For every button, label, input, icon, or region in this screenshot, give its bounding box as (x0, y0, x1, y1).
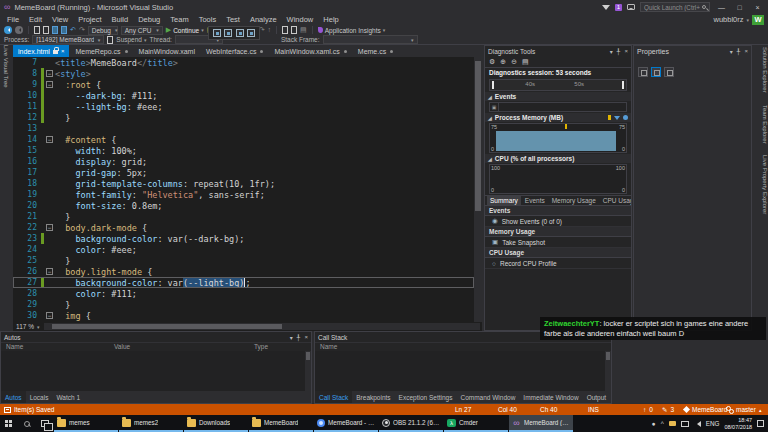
account-avatar[interactable]: W (752, 15, 764, 25)
code-line-21[interactable]: 21 } (13, 211, 474, 222)
column-name[interactable]: Name (315, 343, 342, 351)
code-line-8[interactable]: 8−<style> (13, 68, 474, 79)
diagnostic-tab[interactable]: Summary (487, 196, 521, 205)
pin-icon[interactable]: ╀ (297, 334, 301, 341)
solution-platforms-dropdown[interactable]: Any CPU ▾ (121, 26, 163, 35)
close-icon[interactable]: × (61, 48, 65, 54)
window-position-icon[interactable]: ▾ (290, 334, 293, 341)
start-button[interactable] (0, 415, 18, 432)
fold-collapse-icon[interactable]: − (44, 268, 55, 275)
code-line-20[interactable]: 20 font-size: 0.8em; (13, 200, 474, 211)
editor-tab[interactable]: MemeRepo.cs × (70, 45, 132, 57)
menu-item[interactable]: Project (73, 15, 106, 24)
suspend-dropdown[interactable]: Suspend ▾ (116, 36, 146, 43)
feedback-icon[interactable] (627, 4, 635, 10)
taskbar-item[interactable]: ∞ MemeBoard (Runni... (509, 415, 573, 432)
property-pages-icon[interactable] (664, 67, 674, 77)
quick-launch-input[interactable]: Quick Launch (Ctrl+Q) (640, 2, 710, 12)
code-line-22[interactable]: 22− body.dark-mode { (13, 222, 474, 233)
editor-tab[interactable]: MainWindow.xaml.cs × (269, 45, 351, 57)
save-all-icon[interactable] (61, 26, 67, 34)
pin-icon[interactable]: ╀ (617, 48, 621, 55)
tool-window-tab[interactable]: Command Window (456, 391, 519, 403)
code-line-15[interactable]: 15 width: 100%; (13, 145, 474, 156)
fold-collapse-icon[interactable]: − (44, 224, 55, 231)
take-snapshot-link[interactable]: ▣ Take Snapshot (485, 237, 631, 248)
continue-button[interactable]: ▶ Continue ▾ (166, 26, 204, 34)
open-file-icon[interactable] (43, 26, 49, 34)
close-icon[interactable]: × (744, 48, 748, 55)
new-file-icon[interactable] (34, 26, 40, 34)
code-line-29[interactable]: 29 } (13, 299, 474, 310)
editor-horizontal-scrollbar[interactable] (44, 323, 480, 330)
settings-gear-icon[interactable]: ⚙ (489, 58, 495, 66)
bookmark-icon[interactable]: ▤ (300, 26, 307, 34)
code-line-10[interactable]: 10 --dark-bg: #111; (13, 90, 474, 101)
events-section-header[interactable]: ◢ Events (485, 92, 631, 101)
window-position-icon[interactable]: ▾ (730, 48, 733, 55)
taskbar-item[interactable]: memes2 (119, 415, 183, 432)
pending-edits-indicator[interactable]: ✎ 3 (662, 404, 674, 415)
filter-icon[interactable] (602, 5, 610, 10)
diagnostic-tools-header[interactable]: Diagnostic Tools ▾ ╀ × (485, 46, 631, 57)
record-cpu-profile-link[interactable]: ○ Record CPU Profile (485, 258, 631, 269)
track-focus-icon[interactable] (247, 29, 255, 37)
code-line-18[interactable]: 18 grid-template-columns: repeat(10, 1fr… (13, 178, 474, 189)
navigate-forward-icon[interactable] (15, 26, 23, 34)
code-line-24[interactable]: 24 color: #eee; (13, 244, 474, 255)
taskbar-item[interactable]: OBS 21.1.2 (64bit, w... (379, 415, 443, 432)
application-insights-button[interactable]: Application Insights ▾ (318, 27, 386, 34)
editor-tab[interactable]: Meme.cs × (353, 45, 398, 57)
column-type[interactable]: Type (249, 343, 273, 351)
reset-view-icon[interactable]: ▤ (522, 58, 529, 66)
branch-button[interactable]: master ▴ (726, 404, 761, 415)
side-tab[interactable]: Solution Explorer (755, 47, 768, 93)
process-dropdown[interactable]: [11492] MemeBoard.exe ▾ (32, 35, 104, 44)
close-icon[interactable]: × (304, 334, 308, 341)
tool-window-tab[interactable]: Immediate Window (519, 391, 582, 403)
diagnostic-tab[interactable]: CPU Usage (600, 196, 632, 205)
network-icon[interactable] (681, 421, 689, 427)
taskbar-item[interactable]: Downloads (184, 415, 248, 432)
solution-configurations-dropdown[interactable]: Debug ▾ (88, 26, 118, 35)
live-visual-tree-icon[interactable] (213, 29, 221, 37)
editor-tab[interactable]: WebInterface.cs × (201, 45, 268, 57)
menu-item[interactable]: Edit (24, 15, 47, 24)
language-indicator[interactable]: ENG (706, 420, 720, 427)
display-adorners-icon[interactable] (236, 29, 244, 37)
tool-window-tab[interactable]: Autos (1, 391, 26, 403)
save-icon[interactable] (52, 26, 58, 34)
fold-collapse-icon[interactable]: − (44, 312, 55, 319)
call-stack-body[interactable] (315, 351, 611, 393)
alphabetical-icon[interactable] (651, 67, 661, 77)
diagnostic-tab[interactable]: Events (522, 196, 548, 205)
code-line-16[interactable]: 16 display: grid; (13, 156, 474, 167)
events-group-header[interactable]: Events (485, 206, 631, 216)
pin-icon[interactable]: ╀ (737, 48, 741, 55)
code-line-14[interactable]: 14− #content { (13, 134, 474, 145)
fold-collapse-icon[interactable]: − (44, 136, 55, 143)
menu-item[interactable]: File (2, 15, 24, 24)
account-name[interactable]: wubbl0rz (713, 15, 743, 24)
redo-icon[interactable]: ↷ (79, 26, 85, 34)
taskbar-item[interactable]: memes (54, 415, 118, 432)
memory-section-header[interactable]: ◢ Process Memory (MB) (485, 113, 631, 122)
code-line-27[interactable]: 27 background-color: var(--light-bg); (13, 277, 474, 288)
notification-badge[interactable]: 1 (615, 4, 622, 11)
sidebar-tab-live-visual-tree[interactable]: Live Visual Tree (3, 45, 9, 88)
code-line-9[interactable]: 9− :root { (13, 79, 474, 90)
column-value[interactable]: Value (109, 343, 249, 351)
properties-header[interactable]: Properties ▾ ╀ × (634, 46, 751, 57)
pen-tray-icon[interactable]: ● (652, 420, 656, 427)
menu-item[interactable]: Test (221, 15, 245, 24)
code-line-23[interactable]: 23 background-color: var(--dark-bg); (13, 233, 474, 244)
code-line-26[interactable]: 26− body.light-mode { (13, 266, 474, 277)
zoom-out-icon[interactable]: ⊖ (511, 58, 517, 66)
menu-item[interactable]: Help (318, 15, 343, 24)
volume-icon[interactable] (694, 421, 701, 427)
lifecycle-events-icon[interactable] (107, 36, 113, 44)
action-center-icon[interactable] (757, 420, 764, 427)
zoom-in-icon[interactable]: ⊕ (500, 58, 506, 66)
tool-window-tab[interactable]: Breakpoints (352, 391, 394, 403)
code-line-7[interactable]: 7<title>MemeBoard</title> (13, 57, 474, 68)
